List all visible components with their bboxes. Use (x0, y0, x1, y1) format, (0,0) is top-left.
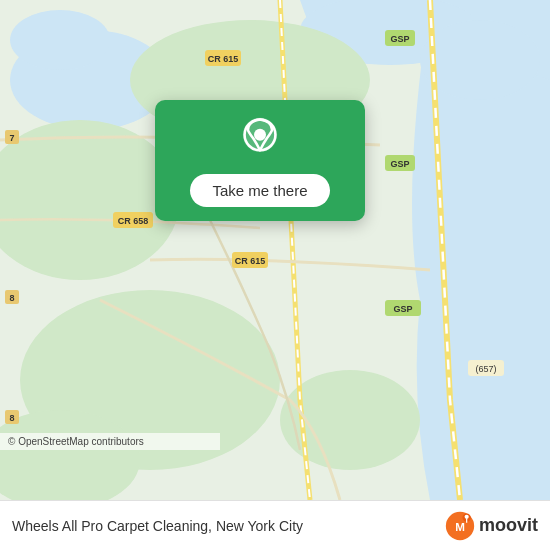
svg-text:(657): (657) (475, 364, 496, 374)
location-pin-icon (236, 116, 284, 164)
svg-point-2 (420, 20, 540, 100)
svg-text:8: 8 (9, 293, 14, 303)
moovit-logo: M moovit (445, 511, 538, 541)
svg-text:M: M (455, 520, 465, 533)
bottom-bar: Wheels All Pro Carpet Cleaning, New York… (0, 500, 550, 550)
svg-point-36 (465, 514, 469, 518)
attribution-text: © OpenStreetMap contributors (0, 433, 220, 450)
take-me-there-button[interactable]: Take me there (190, 174, 329, 207)
svg-text:GSP: GSP (393, 304, 412, 314)
map-container[interactable]: CR 615 GSP GSP GSP CR 658 CR 615 (657) 8… (0, 0, 550, 500)
map-background: CR 615 GSP GSP GSP CR 658 CR 615 (657) 8… (0, 0, 550, 500)
svg-text:CR 615: CR 615 (235, 256, 266, 266)
svg-point-32 (254, 129, 266, 141)
svg-text:CR 658: CR 658 (118, 216, 149, 226)
svg-text:8: 8 (9, 413, 14, 423)
svg-point-4 (10, 10, 110, 70)
moovit-icon-svg: M (445, 511, 475, 541)
svg-text:GSP: GSP (390, 159, 409, 169)
svg-text:GSP: GSP (390, 34, 409, 44)
location-card[interactable]: Take me there (155, 100, 365, 221)
svg-text:7: 7 (9, 133, 14, 143)
svg-text:CR 615: CR 615 (208, 54, 239, 64)
moovit-brand-text: moovit (479, 515, 538, 536)
location-name: Wheels All Pro Carpet Cleaning, New York… (12, 518, 303, 534)
